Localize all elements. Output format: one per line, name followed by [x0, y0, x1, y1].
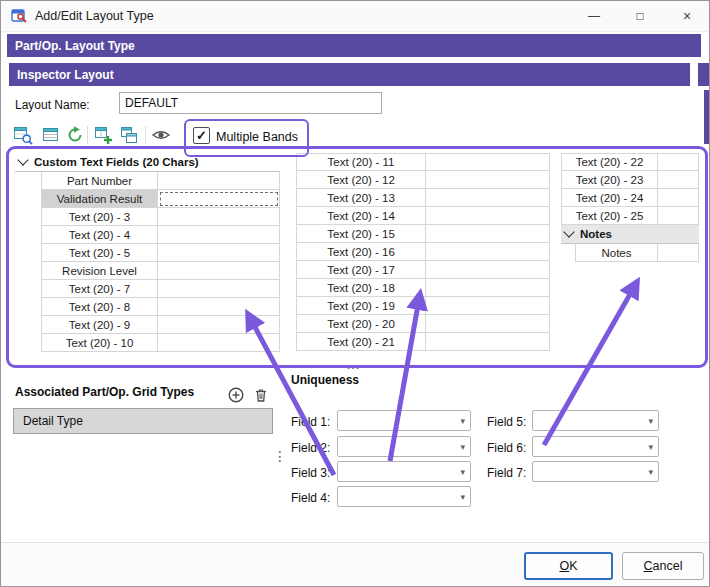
field3-combobox[interactable]: ▾	[337, 461, 471, 482]
multiple-bands-checkbox[interactable]: ✓	[193, 127, 210, 144]
field6-combobox[interactable]: ▾	[532, 436, 659, 457]
row-value-cell[interactable]	[426, 171, 550, 189]
cancel-button[interactable]: Cancel	[622, 552, 704, 580]
uniqueness-label: Uniqueness	[291, 373, 359, 387]
field-chooser-icon[interactable]	[13, 125, 33, 145]
row-label[interactable]: Text (20) - 19	[296, 297, 426, 315]
row-label[interactable]: Text (20) - 15	[296, 225, 426, 243]
add-grid-type-icon[interactable]	[228, 387, 244, 403]
row-value-cell[interactable]	[658, 189, 699, 207]
row-layout-icon[interactable]	[41, 125, 61, 145]
row-label[interactable]: Text (20) - 23	[561, 171, 658, 189]
row-value-cell[interactable]	[426, 279, 550, 297]
row-label[interactable]: Text (20) - 24	[561, 189, 658, 207]
row-label[interactable]: Text (20) - 11	[296, 153, 426, 171]
layout-name-input[interactable]	[119, 92, 382, 114]
row-value-cell[interactable]	[158, 208, 280, 226]
window-title: Add/Edit Layout Type	[35, 1, 154, 31]
row-label[interactable]: Revision Level	[41, 262, 158, 280]
row-value-cell[interactable]	[158, 226, 280, 244]
row-label[interactable]: Text (20) - 4	[41, 226, 158, 244]
row-label[interactable]: Text (20) - 12	[296, 171, 426, 189]
chevron-down-icon	[17, 154, 28, 165]
associated-grid-types-label: Associated Part/Op. Grid Types	[15, 385, 194, 399]
table-row: Text (20) - 16	[296, 243, 550, 261]
delete-grid-type-trash-icon[interactable]	[253, 387, 269, 403]
row-label[interactable]: Text (20) - 20	[296, 315, 426, 333]
table-row: Text (20) - 3	[15, 208, 280, 226]
minimize-button[interactable]: —	[571, 1, 617, 31]
row-value-cell[interactable]	[658, 171, 699, 189]
row-value-cell[interactable]	[158, 262, 280, 280]
field4-combobox[interactable]: ▾	[337, 486, 471, 507]
row-value-cell[interactable]	[158, 172, 280, 190]
row-value-cell[interactable]	[426, 333, 550, 351]
row-value-cell[interactable]	[426, 315, 550, 333]
row-value-cell[interactable]	[658, 244, 699, 262]
row-value-cell[interactable]	[426, 297, 550, 315]
row-value-cell[interactable]	[658, 207, 699, 225]
field6-label: Field 6:	[487, 441, 526, 455]
table-row: Text (20) - 19	[296, 297, 550, 315]
table-row: Part Number	[15, 172, 280, 190]
row-label[interactable]: Part Number	[41, 172, 158, 190]
row-value-cell[interactable]	[426, 153, 550, 171]
row-label[interactable]: Text (20) - 3	[41, 208, 158, 226]
vertical-splitter-grip[interactable]: ⋮	[273, 451, 288, 461]
list-item-detail-type[interactable]: Detail Type	[13, 408, 273, 434]
group-label: Notes	[580, 228, 612, 240]
row-value-cell[interactable]	[426, 225, 550, 243]
table-row: Revision Level	[15, 262, 280, 280]
field7-label: Field 7:	[487, 466, 526, 480]
row-value-cell[interactable]	[658, 153, 699, 171]
maximize-button[interactable]: □	[617, 1, 663, 31]
row-value-cell[interactable]	[158, 244, 280, 262]
close-button[interactable]: ×	[663, 1, 710, 31]
multiple-bands-label[interactable]: Multiple Bands	[216, 130, 298, 144]
field1-combobox[interactable]: ▾	[337, 410, 471, 431]
row-value-cell[interactable]	[158, 334, 280, 352]
row-value-cell[interactable]	[158, 316, 280, 334]
field5-combobox[interactable]: ▾	[532, 410, 659, 431]
ok-button[interactable]: OK	[524, 552, 613, 580]
section-header-part-op-layout-type: Part/Op. Layout Type	[7, 34, 701, 57]
table-row: Text (20) - 5	[15, 244, 280, 262]
row-value-cell[interactable]	[158, 280, 280, 298]
table-row: Text (20) - 14	[296, 207, 550, 225]
row-label[interactable]: Validation Result	[41, 190, 158, 208]
row-label[interactable]: Text (20) - 8	[41, 298, 158, 316]
row-label[interactable]: Text (20) - 10	[41, 334, 158, 352]
row-label[interactable]: Text (20) - 22	[561, 153, 658, 171]
row-label[interactable]: Text (20) - 7	[41, 280, 158, 298]
row-value-cell-focused[interactable]	[158, 190, 280, 208]
group-header-custom-text-fields[interactable]: Custom Text Fields (20 Chars)	[15, 153, 280, 172]
copy-band-icon[interactable]	[119, 125, 139, 145]
row-value-cell[interactable]	[426, 207, 550, 225]
row-label[interactable]: Text (20) - 9	[41, 316, 158, 334]
row-label[interactable]: Text (20) - 18	[296, 279, 426, 297]
row-label[interactable]: Text (20) - 16	[296, 243, 426, 261]
row-label[interactable]: Text (20) - 21	[296, 333, 426, 351]
row-value-cell[interactable]	[426, 261, 550, 279]
row-value-cell[interactable]	[158, 298, 280, 316]
refresh-icon[interactable]	[65, 125, 85, 145]
dock-strip	[698, 63, 710, 86]
preview-eye-icon[interactable]	[151, 125, 171, 145]
add-band-icon[interactable]	[93, 125, 113, 145]
row-label[interactable]: Text (20) - 17	[296, 261, 426, 279]
row-label[interactable]: Text (20) - 14	[296, 207, 426, 225]
row-label[interactable]: Text (20) - 13	[296, 189, 426, 207]
field7-combobox[interactable]: ▾	[532, 461, 659, 482]
row-label[interactable]: Text (20) - 25	[561, 207, 658, 225]
row-label[interactable]: Notes	[575, 244, 658, 262]
row-value-cell[interactable]	[426, 243, 550, 261]
row-value-cell[interactable]	[426, 189, 550, 207]
layout-name-label: Layout Name:	[15, 98, 90, 112]
group-header-notes[interactable]: Notes	[561, 225, 699, 244]
table-row: Text (20) - 22	[561, 153, 699, 171]
row-label[interactable]: Text (20) - 5	[41, 244, 158, 262]
check-icon: ✓	[196, 128, 207, 143]
table-row: Text (20) - 25	[561, 207, 699, 225]
horizontal-splitter-grip[interactable]: …	[346, 359, 361, 369]
field2-combobox[interactable]: ▾	[337, 436, 471, 457]
